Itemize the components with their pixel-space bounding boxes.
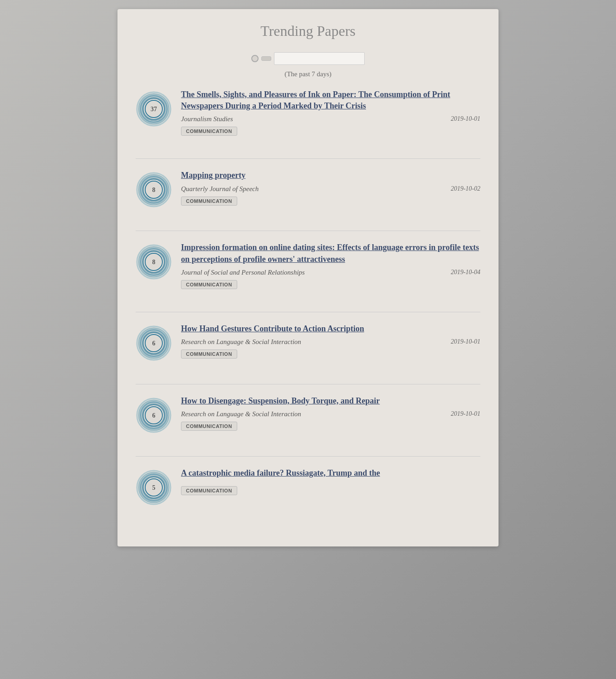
- svg-text:8: 8: [152, 259, 156, 266]
- paper-date: 2019-10-01: [451, 410, 480, 418]
- page-title: Trending Papers: [136, 23, 480, 39]
- paper-content: How Hand Gestures Contribute to Action A…: [181, 323, 480, 359]
- date-range: (The past 7 days): [136, 70, 480, 78]
- score-circle: 5: [136, 469, 172, 506]
- paper-title[interactable]: How Hand Gestures Contribute to Action A…: [181, 323, 480, 335]
- paper-tag[interactable]: COMMUNICATION: [181, 486, 237, 495]
- search-input[interactable]: [274, 52, 365, 65]
- paper-title[interactable]: Impression formation on online dating si…: [181, 242, 480, 265]
- paper-tag[interactable]: COMMUNICATION: [181, 127, 237, 136]
- divider: [136, 456, 480, 457]
- paper-journal: Quarterly Journal of Speech: [181, 185, 259, 193]
- svg-text:37: 37: [151, 106, 157, 113]
- paper-meta: Quarterly Journal of Speech 2019-10-02: [181, 185, 480, 193]
- paper-journal: Research on Language & Social Interactio…: [181, 410, 301, 418]
- paper-content: A catastrophic media failure? Russiagate…: [181, 467, 480, 495]
- filter-bar: [136, 52, 480, 65]
- paper-journal: Research on Language & Social Interactio…: [181, 338, 301, 346]
- divider: [136, 312, 480, 312]
- paper-content: The Smells, Sights, and Pleasures of Ink…: [181, 89, 480, 136]
- paper-content: Mapping property Quarterly Journal of Sp…: [181, 170, 480, 205]
- papers-container: 37 The Smells, Sights, and Pleasures of …: [136, 89, 480, 515]
- paper-tag[interactable]: COMMUNICATION: [181, 197, 237, 206]
- paper-title[interactable]: How to Disengage: Suspension, Body Torqu…: [181, 395, 480, 407]
- score-circle: 6: [136, 325, 172, 361]
- paper-journal: Journalism Studies: [181, 115, 233, 123]
- svg-text:5: 5: [152, 484, 156, 491]
- paper-item: 6 How to Disengage: Suspension, Body Tor…: [136, 395, 480, 443]
- paper-item: 37 The Smells, Sights, and Pleasures of …: [136, 89, 480, 145]
- svg-text:8: 8: [152, 187, 156, 193]
- main-card: Trending Papers (The past 7 days) 37: [117, 9, 499, 546]
- svg-text:6: 6: [152, 340, 156, 347]
- paper-tag[interactable]: COMMUNICATION: [181, 280, 237, 289]
- paper-date: 2019-10-04: [451, 269, 480, 276]
- paper-item: 5 A catastrophic media failure? Russiaga…: [136, 467, 480, 515]
- filter-radio-1[interactable]: [251, 55, 259, 62]
- score-circle: 6: [136, 397, 172, 433]
- paper-date: 2019-10-01: [451, 338, 480, 345]
- paper-meta: Research on Language & Social Interactio…: [181, 338, 480, 346]
- paper-meta: Research on Language & Social Interactio…: [181, 410, 480, 418]
- filter-tab[interactable]: [261, 56, 271, 61]
- svg-text:6: 6: [152, 412, 156, 419]
- paper-meta: Journal of Social and Personal Relations…: [181, 269, 480, 276]
- divider: [136, 384, 480, 384]
- paper-item: 8 Mapping property Quarterly Journal of …: [136, 170, 480, 217]
- paper-title[interactable]: Mapping property: [181, 170, 480, 181]
- paper-journal: Journal of Social and Personal Relations…: [181, 269, 305, 276]
- score-circle: 8: [136, 172, 172, 208]
- paper-date: 2019-10-01: [451, 115, 480, 123]
- paper-title[interactable]: A catastrophic media failure? Russiagate…: [181, 467, 480, 479]
- score-circle: 8: [136, 244, 172, 280]
- paper-tag[interactable]: COMMUNICATION: [181, 349, 237, 359]
- score-circle: 37: [136, 91, 172, 127]
- paper-content: How to Disengage: Suspension, Body Torqu…: [181, 395, 480, 431]
- paper-tag[interactable]: COMMUNICATION: [181, 422, 237, 431]
- paper-meta: Journalism Studies 2019-10-01: [181, 115, 480, 123]
- divider: [136, 231, 480, 231]
- paper-item: 6 How Hand Gestures Contribute to Action…: [136, 323, 480, 370]
- paper-date: 2019-10-02: [451, 185, 480, 192]
- divider: [136, 158, 480, 159]
- paper-title[interactable]: The Smells, Sights, and Pleasures of Ink…: [181, 89, 480, 112]
- paper-content: Impression formation on online dating si…: [181, 242, 480, 289]
- paper-item: 8 Impression formation on online dating …: [136, 242, 480, 298]
